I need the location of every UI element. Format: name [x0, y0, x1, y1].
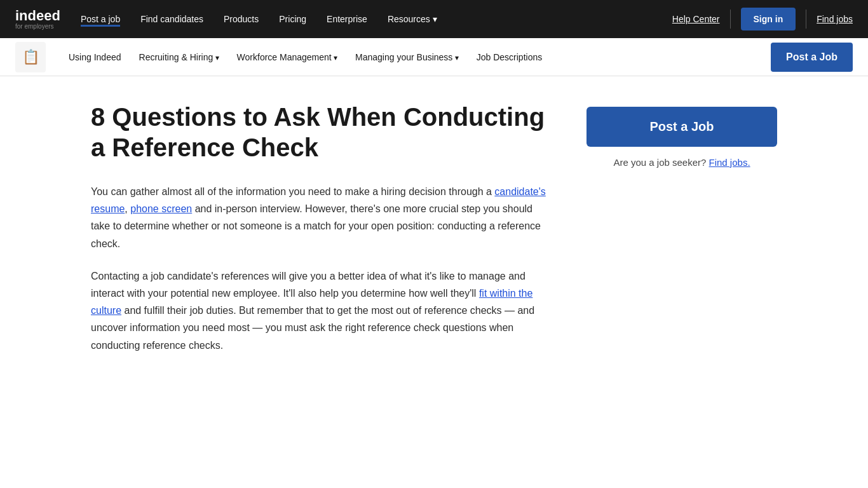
sidebar-seeker-text: Are you a job seeker? Find jobs.: [587, 157, 777, 168]
find-jobs-link[interactable]: Find jobs.: [709, 157, 750, 168]
nav-divider-2: [806, 10, 806, 29]
top-nav-find-jobs[interactable]: Find jobs: [817, 14, 853, 24]
article-paragraph-2: Contacting a job candidate's references …: [91, 268, 548, 354]
top-nav-resources[interactable]: Resources ▾: [388, 11, 437, 27]
seeker-label: Are you a job seeker?: [613, 157, 706, 168]
para2-text-start: Contacting a job candidate's references …: [91, 271, 526, 299]
main-content: 8 Questions to Ask When Conducting a Ref…: [53, 76, 815, 395]
sec-nav-managing[interactable]: Managing your Business: [348, 47, 466, 67]
top-nav-pricing[interactable]: Pricing: [279, 11, 306, 27]
sidebar: Post a Job Are you a job seeker? Find jo…: [587, 102, 777, 369]
sec-nav-using-indeed[interactable]: Using Indeed: [61, 47, 129, 67]
para1-text-mid: ,: [125, 203, 130, 214]
top-nav: indeed for employers Post a job Find can…: [0, 0, 868, 38]
sec-nav-post-job-button[interactable]: Post a Job: [771, 43, 853, 72]
nav-divider: [730, 10, 731, 29]
top-nav-products[interactable]: Products: [224, 11, 259, 27]
logo-text: indeed: [15, 8, 60, 24]
logo[interactable]: indeed for employers: [15, 9, 60, 30]
sec-nav-recruiting[interactable]: Recruiting & Hiring: [132, 47, 227, 67]
sec-nav-links: Using Indeed Recruiting & Hiring Workfor…: [61, 47, 771, 67]
article-title: 8 Questions to Ask When Conducting a Ref…: [91, 102, 548, 163]
secondary-nav: 📋 Using Indeed Recruiting & Hiring Workf…: [0, 38, 868, 76]
sidebar-post-job-button[interactable]: Post a Job: [587, 107, 777, 147]
top-nav-find-candidates[interactable]: Find candidates: [140, 11, 203, 27]
logo-sub: for employers: [15, 23, 60, 30]
sec-nav-logo-img: 📋: [15, 42, 46, 72]
article-paragraph-1: You can gather almost all of the informa…: [91, 183, 548, 252]
para1-text-start: You can gather almost all of the informa…: [91, 186, 494, 197]
sec-nav-job-descriptions[interactable]: Job Descriptions: [469, 47, 550, 67]
top-nav-help[interactable]: Help Center: [672, 14, 720, 24]
top-nav-post-job[interactable]: Post a job: [81, 11, 120, 27]
phone-screen-link[interactable]: phone screen: [130, 203, 192, 214]
sec-nav-workforce[interactable]: Workforce Management: [229, 47, 345, 67]
sign-in-button[interactable]: Sign in: [741, 8, 796, 30]
article-body: 8 Questions to Ask When Conducting a Ref…: [91, 102, 548, 369]
top-nav-right: Help Center Sign in Find jobs: [672, 8, 853, 30]
top-nav-left: indeed for employers Post a job Find can…: [15, 9, 437, 30]
para2-text-end: and fulfill their job duties. But rememb…: [91, 305, 534, 350]
top-nav-enterprise[interactable]: Enterprise: [327, 11, 367, 27]
sec-nav-logo[interactable]: 📋: [15, 42, 46, 72]
